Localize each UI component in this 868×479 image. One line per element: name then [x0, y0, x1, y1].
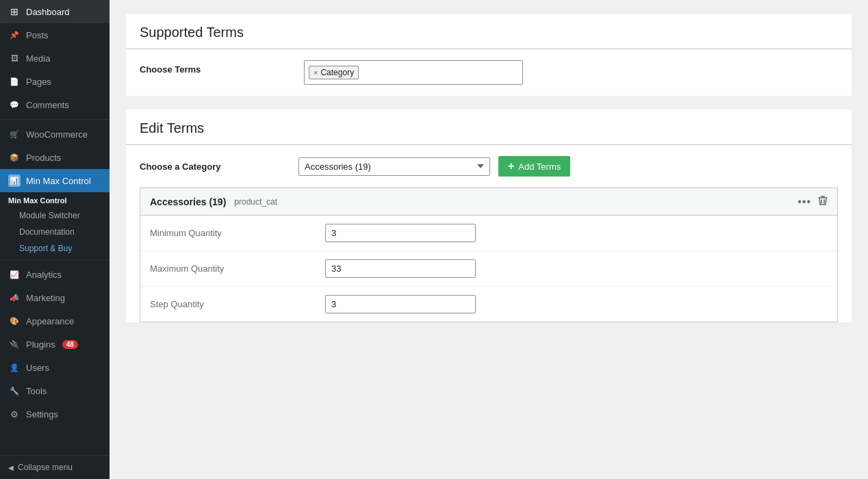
minmax-icon: 📊: [8, 174, 21, 187]
sidebar-label-posts: Posts: [26, 30, 49, 40]
sidebar-label-dashboard: Dashboard: [26, 7, 70, 17]
choose-category-label: Choose a Category: [140, 161, 290, 172]
choose-terms-row: Choose Terms × Category: [126, 49, 852, 96]
supported-terms-title: Supported Terms: [126, 14, 852, 49]
add-terms-label: Add Terms: [518, 161, 561, 172]
sidebar-label-media: Media: [26, 53, 50, 64]
dashboard-icon: [8, 5, 21, 18]
sidebar-label-tools: Tools: [26, 386, 47, 396]
submenu-support-buy[interactable]: Support & Buy: [0, 240, 110, 257]
appearance-icon: [8, 315, 21, 327]
users-icon: [8, 361, 21, 374]
supported-terms-section: Supported Terms Choose Terms × Category: [126, 14, 852, 96]
plus-icon: +: [508, 160, 514, 172]
add-terms-button[interactable]: + Add Terms: [498, 156, 570, 177]
min-quantity-input[interactable]: [325, 224, 476, 242]
comments-icon: [8, 99, 21, 111]
sidebar-item-dashboard[interactable]: Dashboard: [0, 0, 110, 23]
main-content: Supported Terms Choose Terms × Category …: [110, 0, 868, 479]
sidebar-item-comments[interactable]: Comments: [0, 93, 110, 116]
edit-terms-section: Edit Terms Choose a Category Accessories…: [126, 109, 852, 322]
terms-tag-input[interactable]: × Category: [304, 60, 523, 85]
term-card-dots-button[interactable]: •••: [797, 196, 811, 208]
step-quantity-row: Step Quantity: [140, 287, 837, 322]
max-quantity-input[interactable]: [325, 259, 476, 278]
max-quantity-row: Maximum Quantity: [140, 251, 837, 287]
sidebar-item-tools[interactable]: Tools: [0, 379, 110, 402]
sidebar-item-posts[interactable]: Posts: [0, 23, 110, 47]
sidebar-item-users[interactable]: Users: [0, 356, 110, 379]
choose-category-row: Choose a Category Accessories (19) Cloth…: [126, 145, 852, 187]
term-card-slug: product_cat: [234, 197, 277, 207]
sidebar-label-analytics: Analytics: [26, 270, 62, 280]
sidebar-item-marketing[interactable]: Marketing: [0, 286, 110, 309]
sidebar-item-plugins[interactable]: Plugins 48: [0, 333, 110, 356]
divider-1: [0, 119, 110, 120]
sidebar: Dashboard Posts Media Pages Comments Woo…: [0, 0, 110, 479]
sidebar-label-woocommerce: WooCommerce: [26, 129, 88, 140]
sidebar-item-pages[interactable]: Pages: [0, 70, 110, 93]
term-card-title: Accessories (19): [150, 196, 226, 207]
products-icon: [8, 151, 21, 164]
plugins-badge: 48: [62, 340, 78, 349]
collapse-icon: [8, 463, 14, 472]
collapse-label: Collapse menu: [18, 463, 73, 472]
category-tag: × Category: [309, 66, 359, 79]
step-quantity-input[interactable]: [325, 295, 476, 313]
sidebar-label-plugins: Plugins: [26, 339, 55, 350]
pages-icon: [8, 75, 21, 88]
edit-terms-title: Edit Terms: [126, 109, 852, 145]
media-icon: [8, 52, 21, 64]
submenu-heading: Min Max Control: [0, 192, 110, 207]
trash-icon: [818, 195, 828, 206]
min-quantity-label: Minimum Quantity: [150, 228, 314, 238]
max-quantity-label: Maximum Quantity: [150, 263, 314, 274]
marketing-icon: [8, 292, 21, 304]
sidebar-label-products: Products: [26, 153, 61, 163]
sidebar-item-analytics[interactable]: Analytics: [0, 263, 110, 286]
term-card-delete-button[interactable]: [818, 195, 828, 208]
sidebar-item-media[interactable]: Media: [0, 47, 110, 70]
plugins-icon: [8, 338, 21, 350]
submenu-module-switcher[interactable]: Module Switcher: [0, 207, 110, 224]
step-quantity-label: Step Quantity: [150, 299, 314, 309]
sidebar-item-minmaxcontrol[interactable]: 📊 Min Max Control: [0, 169, 110, 192]
analytics-icon: [8, 268, 21, 281]
sidebar-item-products[interactable]: Products: [0, 146, 110, 169]
sidebar-item-settings[interactable]: Settings: [0, 402, 110, 426]
sidebar-label-settings: Settings: [26, 409, 58, 419]
category-select[interactable]: Accessories (19) Clothing (10) Decor (5)…: [298, 157, 490, 176]
settings-icon: [8, 408, 21, 420]
posts-icon: [8, 29, 21, 41]
choose-terms-label: Choose Terms: [140, 60, 290, 75]
divider-2: [0, 259, 110, 260]
sidebar-label-pages: Pages: [26, 77, 51, 87]
tag-x[interactable]: ×: [314, 68, 318, 77]
sidebar-label-minmaxcontrol: Min Max Control: [26, 176, 91, 186]
sidebar-item-appearance[interactable]: Appearance: [0, 309, 110, 333]
sidebar-label-appearance: Appearance: [26, 316, 74, 326]
term-fields: Minimum Quantity Maximum Quantity Step Q…: [140, 216, 837, 322]
choose-terms-control: × Category: [304, 60, 838, 85]
minmax-submenu: Min Max Control Module Switcher Document…: [0, 192, 110, 257]
sidebar-label-users: Users: [26, 363, 49, 373]
tag-value: Category: [320, 68, 354, 77]
term-card-header: Accessories (19) product_cat •••: [140, 188, 837, 216]
accessories-term-card: Accessories (19) product_cat ••• Minimum…: [140, 187, 838, 322]
tools-icon: [8, 385, 21, 397]
sidebar-label-comments: Comments: [26, 100, 69, 110]
woo-icon: [8, 128, 21, 140]
sidebar-item-woocommerce[interactable]: WooCommerce: [0, 122, 110, 146]
sidebar-label-marketing: Marketing: [26, 293, 65, 303]
submenu-documentation[interactable]: Documentation: [0, 224, 110, 240]
term-card-actions: •••: [797, 195, 828, 208]
collapse-menu[interactable]: Collapse menu: [0, 455, 110, 479]
min-quantity-row: Minimum Quantity: [140, 216, 837, 251]
